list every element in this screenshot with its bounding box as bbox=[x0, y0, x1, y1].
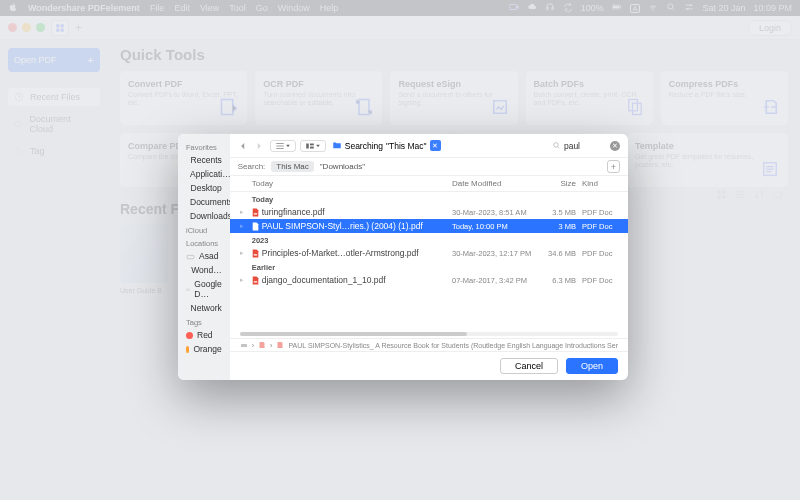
list-view-button[interactable] bbox=[270, 140, 296, 152]
dialog-sidebar: Favorites RecentsApplicati…DesktopDocume… bbox=[178, 134, 230, 380]
dialog-toolbar: Searching "This Mac" ✕ paul ✕ bbox=[230, 134, 628, 158]
search-scope-bar: Search: This Mac "Downloads" + bbox=[230, 158, 628, 176]
file-group-header: 2023 bbox=[230, 233, 628, 246]
icloud-header: iCloud bbox=[178, 223, 230, 236]
locations-header: Locations bbox=[178, 236, 230, 249]
file-row[interactable]: ▸PAUL SIMPSON-Styl…ries.) (2004) (1).pdf… bbox=[230, 219, 628, 233]
add-scope-button[interactable]: + bbox=[607, 160, 620, 173]
search-value: paul bbox=[564, 141, 580, 151]
scope-downloads[interactable]: "Downloads" bbox=[320, 162, 365, 171]
cancel-button[interactable]: Cancel bbox=[500, 358, 558, 374]
svg-rect-34 bbox=[310, 146, 314, 148]
file-group-header: Today bbox=[230, 192, 628, 205]
sidebar-location[interactable]: Google D… bbox=[178, 277, 230, 301]
favorites-header: Favorites bbox=[178, 140, 230, 153]
search-field[interactable]: paul ✕ bbox=[552, 141, 620, 151]
clear-search-location[interactable]: ✕ bbox=[430, 140, 441, 151]
column-headers[interactable]: Today Date Modified Size Kind bbox=[230, 176, 628, 192]
svg-point-35 bbox=[554, 143, 559, 148]
sidebar-favorite[interactable]: Applicati… bbox=[178, 167, 230, 181]
dialog-buttons: Cancel Open bbox=[230, 351, 628, 380]
sidebar-favorite[interactable]: Recents bbox=[178, 153, 230, 167]
svg-rect-30 bbox=[187, 288, 190, 290]
forward-button[interactable] bbox=[254, 137, 264, 155]
back-button[interactable] bbox=[238, 137, 248, 155]
svg-rect-33 bbox=[310, 143, 314, 145]
sidebar-favorite[interactable]: Desktop bbox=[178, 181, 230, 195]
file-row[interactable]: ▸django_documentation_1_10.pdf07-Mar-201… bbox=[230, 273, 628, 287]
svg-rect-32 bbox=[306, 143, 309, 148]
file-row[interactable]: ▸turingfinance.pdf30-Mar-2023, 8:51 AM3.… bbox=[230, 205, 628, 219]
scope-this-mac[interactable]: This Mac bbox=[271, 161, 313, 172]
clear-search-button[interactable]: ✕ bbox=[610, 141, 620, 151]
tags-header: Tags bbox=[178, 315, 230, 328]
svg-rect-36 bbox=[241, 344, 247, 347]
sidebar-location[interactable]: Network bbox=[178, 301, 230, 315]
folder-icon bbox=[332, 140, 342, 152]
file-list: Today▸turingfinance.pdf30-Mar-2023, 8:51… bbox=[230, 192, 628, 330]
sidebar-favorite[interactable]: Downloads bbox=[178, 209, 230, 223]
path-bar[interactable]: › › PAUL SIMPSON-Stylistics_ A Resource … bbox=[230, 338, 628, 351]
sidebar-tag[interactable]: Orange bbox=[178, 342, 230, 356]
horizontal-scrollbar[interactable] bbox=[240, 332, 618, 336]
sidebar-location[interactable]: Wond… bbox=[178, 263, 230, 277]
open-button[interactable]: Open bbox=[566, 358, 618, 374]
sidebar-tag[interactable]: Red bbox=[178, 328, 230, 342]
file-group-header: Earlier bbox=[230, 260, 628, 273]
sidebar-location[interactable]: Asad bbox=[178, 249, 230, 263]
group-view-button[interactable] bbox=[300, 140, 326, 152]
file-row[interactable]: ▸Principles-of-Market…otler-Armstrong.pd… bbox=[230, 246, 628, 260]
location-crumb[interactable]: Searching "This Mac" ✕ bbox=[332, 140, 441, 152]
file-open-dialog: Favorites RecentsApplicati…DesktopDocume… bbox=[178, 134, 628, 380]
svg-rect-28 bbox=[187, 255, 194, 258]
sidebar-favorite[interactable]: Documents bbox=[178, 195, 230, 209]
